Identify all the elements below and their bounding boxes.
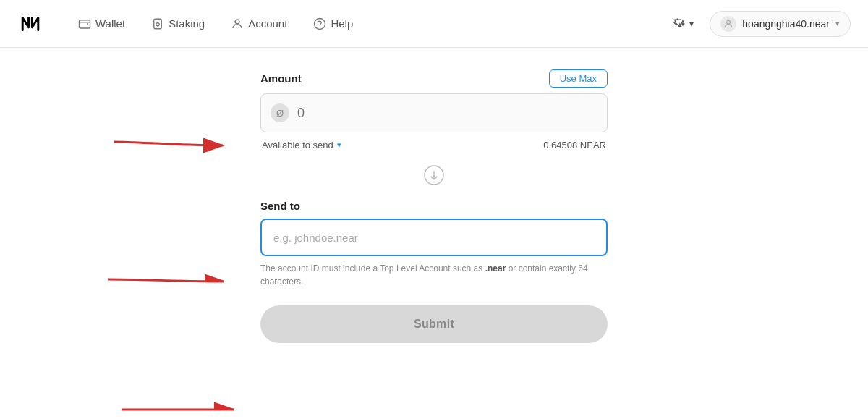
send-to-section: Send to The account ID must include a To… <box>260 200 608 288</box>
nav-right: ▾ hoangnghia40.near ▾ <box>665 11 851 37</box>
svg-point-3 <box>156 22 160 26</box>
svg-point-4 <box>235 20 239 24</box>
amount-input[interactable] <box>260 93 608 132</box>
available-amount: 0.64508 NEAR <box>543 140 606 151</box>
account-chevron-icon: ▾ <box>835 19 840 28</box>
nav-item-wallet[interactable]: Wallet <box>67 12 137 36</box>
svg-point-5 <box>315 18 326 29</box>
available-label[interactable]: Available to send ▾ <box>262 140 341 151</box>
logo[interactable] <box>17 11 43 37</box>
lang-chevron: ▾ <box>689 19 694 29</box>
submit-button[interactable]: Submit <box>260 305 608 343</box>
available-chevron-icon: ▾ <box>337 140 341 150</box>
nav-links: Wallet Staking Account Help <box>67 12 665 36</box>
navbar: Wallet Staking Account Help <box>0 0 868 48</box>
nav-account-label: Account <box>248 17 287 30</box>
main-content: Amount Use Max Ø Available to send ▾ 0.6… <box>0 48 868 365</box>
arrow-down-icon <box>424 165 444 185</box>
amount-input-wrapper: Ø <box>260 93 608 132</box>
red-arrow-submit <box>114 388 244 419</box>
svg-rect-2 <box>154 19 162 29</box>
send-to-hint: The account ID must include a Top Level … <box>260 262 608 288</box>
use-max-button[interactable]: Use Max <box>549 69 608 88</box>
form-section: Amount Use Max Ø Available to send ▾ 0.6… <box>260 69 608 343</box>
account-badge[interactable]: hoangnghia40.near ▾ <box>710 11 851 37</box>
available-row: Available to send ▾ 0.64508 NEAR <box>260 140 608 151</box>
language-selector[interactable]: ▾ <box>665 12 701 35</box>
amount-section: Amount Use Max Ø Available to send ▾ 0.6… <box>260 69 608 151</box>
amount-header: Amount Use Max <box>260 69 608 88</box>
translate-icon <box>672 17 686 31</box>
nav-staking-label: Staking <box>169 17 205 30</box>
amount-label: Amount <box>260 72 302 85</box>
nav-item-staking[interactable]: Staking <box>140 12 216 36</box>
down-arrow-circle[interactable] <box>260 165 608 185</box>
red-arrow-amount <box>107 117 237 167</box>
nav-help-label: Help <box>331 17 353 30</box>
account-avatar <box>720 16 736 32</box>
nav-item-help[interactable]: Help <box>302 12 365 36</box>
svg-rect-1 <box>80 20 90 27</box>
nav-item-account[interactable]: Account <box>219 12 299 36</box>
svg-rect-0 <box>17 11 43 37</box>
svg-point-6 <box>727 20 731 24</box>
nav-wallet-label: Wallet <box>95 17 125 30</box>
coin-icon: Ø <box>271 103 289 122</box>
send-to-label: Send to <box>260 200 300 212</box>
red-arrow-sendto <box>101 254 239 305</box>
send-to-input[interactable] <box>260 219 608 256</box>
submit-section: Submit <box>260 305 608 343</box>
account-name: hoangnghia40.near <box>742 18 830 30</box>
